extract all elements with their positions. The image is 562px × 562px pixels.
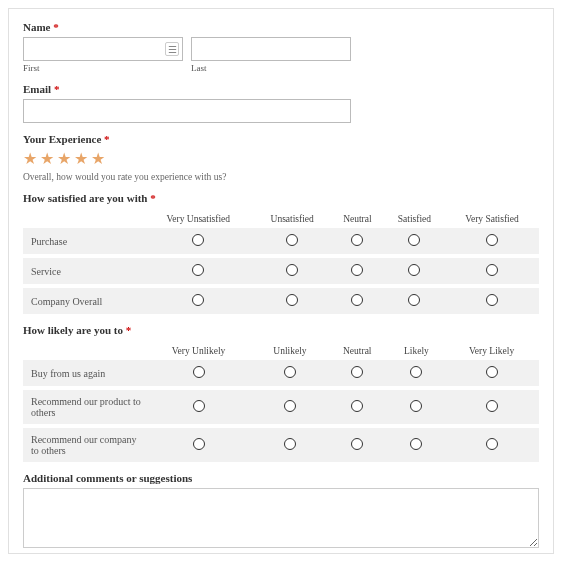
form-container: Name * ☰ First Last Email * Your Ex: [8, 8, 554, 554]
experience-hint: Overall, how would you rate you experien…: [23, 172, 539, 182]
likelihood-label: How likely are you to *: [23, 324, 539, 336]
first-sublabel: First: [23, 63, 183, 73]
star-icon[interactable]: ★: [23, 149, 37, 168]
last-name-input[interactable]: [191, 37, 351, 61]
name-section: Name * ☰ First Last: [23, 21, 539, 73]
email-label: Email *: [23, 83, 539, 95]
row-label: Service: [23, 256, 143, 286]
radio-input[interactable]: [486, 234, 498, 246]
last-sublabel: Last: [191, 63, 351, 73]
radio-input[interactable]: [286, 234, 298, 246]
radio-input[interactable]: [351, 366, 363, 378]
col-header: Very Satisfied: [445, 210, 539, 228]
radio-input[interactable]: [192, 294, 204, 306]
star-icon[interactable]: ★: [74, 149, 88, 168]
col-header: Neutral: [331, 210, 384, 228]
name-label-text: Name: [23, 21, 51, 33]
required-icon: *: [126, 324, 132, 336]
satisfaction-section: How satisfied are you with * Very Unsati…: [23, 192, 539, 314]
row-label: Buy from us again: [23, 360, 143, 388]
email-section: Email *: [23, 83, 539, 123]
table-row: Company Overall: [23, 286, 539, 314]
radio-input[interactable]: [408, 264, 420, 276]
table-row: Purchase: [23, 228, 539, 256]
radio-input[interactable]: [284, 438, 296, 450]
star-icon[interactable]: ★: [40, 149, 54, 168]
experience-label: Your Experience *: [23, 133, 539, 145]
satisfaction-label: How satisfied are you with *: [23, 192, 539, 204]
required-icon: *: [150, 192, 156, 204]
radio-input[interactable]: [408, 294, 420, 306]
radio-input[interactable]: [408, 234, 420, 246]
required-icon: *: [104, 133, 110, 145]
comments-textarea[interactable]: [23, 488, 539, 548]
table-row: Buy from us again: [23, 360, 539, 388]
col-header: Neutral: [326, 342, 389, 360]
radio-input[interactable]: [192, 234, 204, 246]
col-header: Likely: [389, 342, 445, 360]
table-row: Service: [23, 256, 539, 286]
col-header: Satisfied: [384, 210, 445, 228]
first-name-input[interactable]: [23, 37, 183, 61]
experience-label-text: Your Experience: [23, 133, 101, 145]
radio-input[interactable]: [351, 294, 363, 306]
radio-input[interactable]: [351, 400, 363, 412]
star-icon[interactable]: ★: [57, 149, 71, 168]
radio-input[interactable]: [351, 264, 363, 276]
star-rating[interactable]: ★ ★ ★ ★ ★: [23, 149, 539, 168]
comments-section: Additional comments or suggestions: [23, 472, 539, 550]
satisfaction-matrix: Very Unsatisfied Unsatisfied Neutral Sat…: [23, 210, 539, 314]
likelihood-section: How likely are you to * Very Unlikely Un…: [23, 324, 539, 462]
radio-input[interactable]: [486, 294, 498, 306]
likelihood-label-text: How likely are you to: [23, 324, 123, 336]
row-label: Recommend our product to others: [23, 388, 143, 426]
likelihood-matrix: Very Unlikely Unlikely Neutral Likely Ve…: [23, 342, 539, 462]
col-header: Very Unlikely: [143, 342, 254, 360]
required-icon: *: [53, 21, 59, 33]
table-row: Recommend our company to others: [23, 426, 539, 462]
radio-input[interactable]: [410, 438, 422, 450]
radio-input[interactable]: [351, 438, 363, 450]
radio-input[interactable]: [286, 294, 298, 306]
radio-input[interactable]: [284, 366, 296, 378]
radio-input[interactable]: [286, 264, 298, 276]
radio-input[interactable]: [193, 438, 205, 450]
col-header: Unlikely: [254, 342, 326, 360]
name-label: Name *: [23, 21, 539, 33]
contacts-icon: ☰: [165, 42, 179, 56]
table-row: Recommend our product to others: [23, 388, 539, 426]
row-label: Company Overall: [23, 286, 143, 314]
radio-input[interactable]: [486, 400, 498, 412]
email-input[interactable]: [23, 99, 351, 123]
radio-input[interactable]: [410, 400, 422, 412]
radio-input[interactable]: [192, 264, 204, 276]
experience-section: Your Experience * ★ ★ ★ ★ ★ Overall, how…: [23, 133, 539, 182]
row-label: Purchase: [23, 228, 143, 256]
required-icon: *: [54, 83, 60, 95]
radio-input[interactable]: [486, 264, 498, 276]
radio-input[interactable]: [193, 366, 205, 378]
radio-input[interactable]: [486, 366, 498, 378]
col-header: Very Unsatisfied: [143, 210, 254, 228]
radio-input[interactable]: [284, 400, 296, 412]
radio-input[interactable]: [486, 438, 498, 450]
satisfaction-label-text: How satisfied are you with: [23, 192, 147, 204]
row-label: Recommend our company to others: [23, 426, 143, 462]
radio-input[interactable]: [351, 234, 363, 246]
email-label-text: Email: [23, 83, 51, 95]
col-header: Unsatisfied: [254, 210, 331, 228]
col-header: Very Likely: [444, 342, 539, 360]
comments-label: Additional comments or suggestions: [23, 472, 539, 484]
star-icon[interactable]: ★: [91, 149, 105, 168]
radio-input[interactable]: [410, 366, 422, 378]
radio-input[interactable]: [193, 400, 205, 412]
